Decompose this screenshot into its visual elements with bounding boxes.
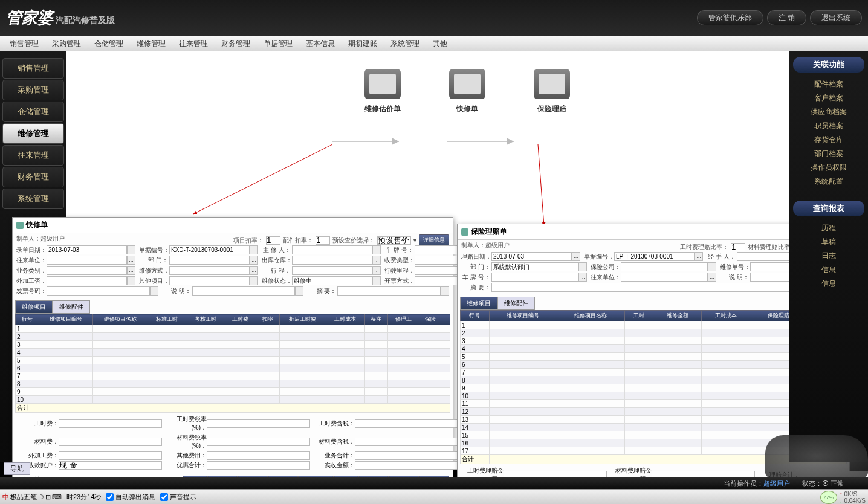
- footer-input[interactable]: [207, 438, 310, 446]
- table-row[interactable]: 2: [16, 333, 450, 341]
- dropdown-icon[interactable]: …: [127, 256, 135, 265]
- field-input[interactable]: [491, 273, 578, 282]
- footer-input[interactable]: [355, 461, 458, 470]
- table-row[interactable]: 6: [16, 364, 450, 372]
- menu-item[interactable]: 往来管理: [173, 37, 214, 50]
- field-input[interactable]: [621, 273, 708, 282]
- sidebar-item[interactable]: 采购管理: [2, 80, 64, 100]
- related-item[interactable]: 客户档案: [789, 91, 868, 105]
- field-input[interactable]: [47, 286, 150, 296]
- table-row[interactable]: 13: [461, 416, 847, 424]
- report-item[interactable]: 信息: [789, 263, 868, 277]
- field-input[interactable]: [614, 252, 695, 261]
- menu-item[interactable]: 单据管理: [257, 37, 299, 50]
- table-row[interactable]: 1: [16, 325, 450, 333]
- report-item[interactable]: 日志: [789, 249, 868, 263]
- table-row[interactable]: 10: [461, 392, 847, 400]
- dropdown-icon[interactable]: …: [578, 262, 587, 271]
- footer-input[interactable]: [207, 461, 310, 470]
- dropdown-icon[interactable]: …: [127, 245, 135, 254]
- field-input[interactable]: [47, 245, 127, 254]
- field-input[interactable]: [491, 283, 837, 292]
- table-row[interactable]: 5: [16, 357, 450, 364]
- sidebar-item[interactable]: 系统管理: [2, 189, 64, 209]
- dropdown-icon[interactable]: …: [372, 266, 381, 275]
- table-row[interactable]: 10: [16, 396, 450, 404]
- table-row[interactable]: 4: [461, 345, 847, 353]
- field-input[interactable]: [292, 276, 372, 285]
- top-btn[interactable]: 退出系统: [810, 10, 862, 25]
- menu-item[interactable]: 系统管理: [384, 37, 426, 50]
- dropdown-icon[interactable]: …: [372, 245, 381, 254]
- dropdown-icon[interactable]: …: [250, 266, 258, 275]
- report-item[interactable]: 信息: [789, 277, 868, 291]
- dropdown-icon[interactable]: …: [127, 266, 135, 275]
- report-item[interactable]: 草稿: [789, 235, 868, 249]
- footer-input[interactable]: [207, 451, 310, 460]
- field-input[interactable]: [192, 286, 296, 296]
- related-item[interactable]: 职员档案: [789, 119, 868, 133]
- nav-button[interactable]: 导航: [4, 462, 30, 475]
- footer-input[interactable]: [355, 419, 458, 428]
- preset-select[interactable]: [377, 236, 411, 245]
- menu-item[interactable]: 基本信息: [300, 37, 341, 50]
- report-item[interactable]: 历程: [789, 221, 868, 235]
- menu-item[interactable]: 销售管理: [4, 37, 45, 50]
- field-input[interactable]: [292, 256, 372, 265]
- dropdown-icon[interactable]: …: [250, 256, 258, 265]
- field-input[interactable]: [47, 256, 127, 265]
- related-item[interactable]: 部门档案: [789, 147, 868, 161]
- table-row[interactable]: 6: [461, 361, 847, 369]
- field-input[interactable]: [47, 276, 127, 285]
- table-row[interactable]: 4: [16, 349, 450, 357]
- menu-item[interactable]: 仓储管理: [88, 37, 129, 50]
- workflow-item[interactable]: 维修估价单: [364, 69, 401, 114]
- field-input[interactable]: [47, 266, 127, 275]
- field-input[interactable]: [491, 252, 572, 261]
- table-row[interactable]: 9: [461, 384, 847, 392]
- footer-input[interactable]: [355, 451, 458, 460]
- sidebar-item[interactable]: 销售管理: [2, 58, 64, 79]
- dropdown-icon[interactable]: …: [127, 276, 135, 285]
- detail-btn[interactable]: 详细信息: [419, 234, 449, 246]
- top-btn[interactable]: 注 销: [767, 10, 806, 25]
- field-input[interactable]: [292, 245, 372, 254]
- table-row[interactable]: 7: [16, 372, 450, 380]
- table-row[interactable]: 12: [461, 408, 847, 416]
- field-input[interactable]: [337, 286, 441, 296]
- dropdown-icon[interactable]: …: [295, 286, 303, 296]
- sidebar-item[interactable]: 财务管理: [2, 167, 64, 187]
- field-input[interactable]: [169, 266, 250, 275]
- sidebar-item[interactable]: 往来管理: [2, 145, 64, 166]
- field-input[interactable]: [621, 262, 708, 271]
- footer-input[interactable]: [59, 461, 162, 470]
- dropdown-icon[interactable]: …: [250, 276, 258, 285]
- field-input[interactable]: [169, 256, 250, 265]
- fee-rate-input[interactable]: [731, 243, 745, 251]
- dropdown-icon[interactable]: …: [708, 273, 716, 282]
- field-input[interactable]: [169, 276, 250, 285]
- menu-item[interactable]: 采购管理: [46, 37, 87, 50]
- related-item[interactable]: 配件档案: [789, 77, 868, 91]
- dropdown-icon[interactable]: …: [708, 262, 716, 271]
- part-rate-input[interactable]: [316, 236, 330, 245]
- table-row[interactable]: 2: [461, 329, 847, 337]
- field-input[interactable]: [491, 262, 578, 271]
- sidebar-item[interactable]: 仓储管理: [2, 102, 64, 122]
- dropdown-icon[interactable]: …: [372, 276, 381, 285]
- table-row[interactable]: 3: [16, 341, 450, 349]
- footer-input[interactable]: [59, 451, 162, 460]
- sidebar-item[interactable]: 维修管理: [2, 123, 64, 144]
- dropdown-icon[interactable]: …: [250, 245, 258, 254]
- menu-item[interactable]: 期初建账: [342, 37, 383, 50]
- dropdown-icon[interactable]: …: [150, 286, 158, 296]
- footer-input[interactable]: [355, 438, 458, 446]
- dropdown-icon[interactable]: …: [695, 252, 703, 261]
- dropdown-icon[interactable]: …: [372, 256, 381, 265]
- table-row[interactable]: 3: [461, 337, 847, 345]
- dropdown-icon[interactable]: …: [572, 252, 580, 261]
- table-row[interactable]: 9: [16, 388, 450, 396]
- table-row[interactable]: 7: [461, 369, 847, 376]
- table-row[interactable]: 8: [16, 380, 450, 388]
- workflow-item[interactable]: 保险理赔: [534, 69, 570, 114]
